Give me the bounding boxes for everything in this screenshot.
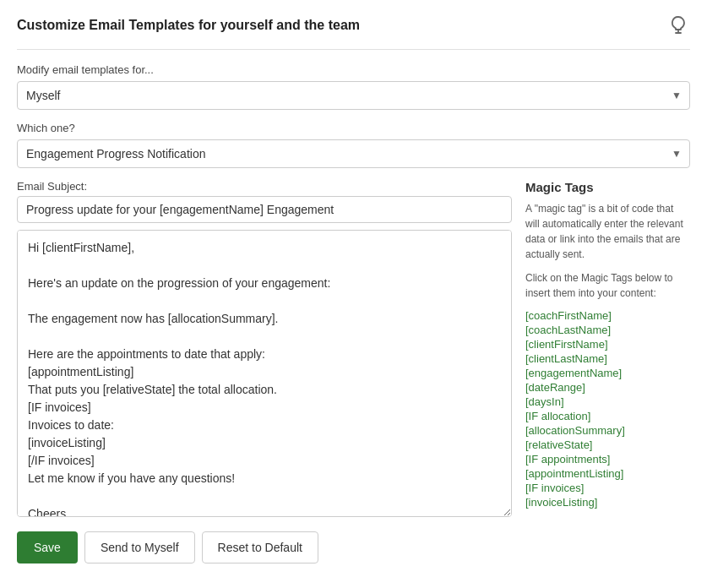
send-to-myself-button[interactable]: Send to Myself — [84, 531, 195, 564]
email-subject-input[interactable] — [17, 196, 512, 223]
magic-tag-coach-last-name[interactable]: [coachLastName] — [525, 324, 690, 336]
magic-tag-engagement-name[interactable]: [engagementName] — [525, 367, 690, 379]
magic-tags-description-1: A "magic tag" is a bit of code that will… — [525, 201, 690, 262]
magic-tag-client-last-name[interactable]: [clientLastName] — [525, 352, 690, 365]
magic-tags-list: [coachFirstName] [coachLastName] [client… — [525, 309, 690, 509]
bulb-icon — [666, 14, 690, 37]
page-container: Customize Email Templates for yourself a… — [0, 0, 707, 588]
save-button[interactable]: Save — [17, 531, 78, 564]
page-title: Customize Email Templates for yourself a… — [17, 18, 360, 33]
modify-label: Modify email templates for... — [17, 63, 690, 76]
email-subject-label: Email Subject: — [17, 180, 512, 193]
modify-select-wrapper: Myself Team ▼ — [17, 81, 690, 110]
header-row: Customize Email Templates for yourself a… — [17, 14, 690, 50]
reset-to-default-button[interactable]: Reset to Default — [202, 531, 318, 564]
buttons-row: Save Send to Myself Reset to Default — [17, 531, 512, 564]
magic-tag-relative-state[interactable]: [relativeState] — [525, 438, 690, 451]
modify-select[interactable]: Myself Team — [17, 81, 690, 110]
magic-tags-description-2: Click on the Magic Tags below to insert … — [525, 270, 690, 301]
magic-tag-if-appointments[interactable]: [IF appointments] — [525, 453, 690, 466]
magic-tag-client-first-name[interactable]: [clientFirstName] — [525, 338, 690, 351]
magic-tag-allocation-summary[interactable]: [allocationSummary] — [525, 424, 690, 437]
email-body-textarea[interactable]: Hi [clientFirstName], Here's an update o… — [17, 230, 512, 517]
which-one-label: Which one? — [17, 122, 690, 134]
which-one-select-wrapper: Engagement Progress Notification ▼ — [17, 139, 690, 168]
magic-tag-invoice-listing[interactable]: [invoiceListing] — [525, 496, 690, 509]
which-one-select[interactable]: Engagement Progress Notification — [17, 139, 690, 168]
magic-tags-title: Magic Tags — [525, 180, 690, 194]
magic-tag-appointment-listing[interactable]: [appointmentListing] — [525, 467, 690, 480]
magic-tag-if-invoices[interactable]: [IF invoices] — [525, 482, 690, 494]
magic-tag-coach-first-name[interactable]: [coachFirstName] — [525, 309, 690, 322]
which-one-field-group: Which one? Engagement Progress Notificat… — [17, 122, 690, 168]
magic-tag-days-in[interactable]: [daysIn] — [525, 395, 690, 408]
magic-tag-date-range[interactable]: [dateRange] — [525, 381, 690, 394]
magic-tag-if-allocation[interactable]: [IF allocation] — [525, 410, 690, 422]
left-panel: Email Subject: Hi [clientFirstName], Her… — [17, 180, 512, 564]
main-content: Email Subject: Hi [clientFirstName], Her… — [17, 180, 690, 564]
right-panel: Magic Tags A "magic tag" is a bit of cod… — [525, 180, 690, 510]
modify-field-group: Modify email templates for... Myself Tea… — [17, 63, 690, 110]
